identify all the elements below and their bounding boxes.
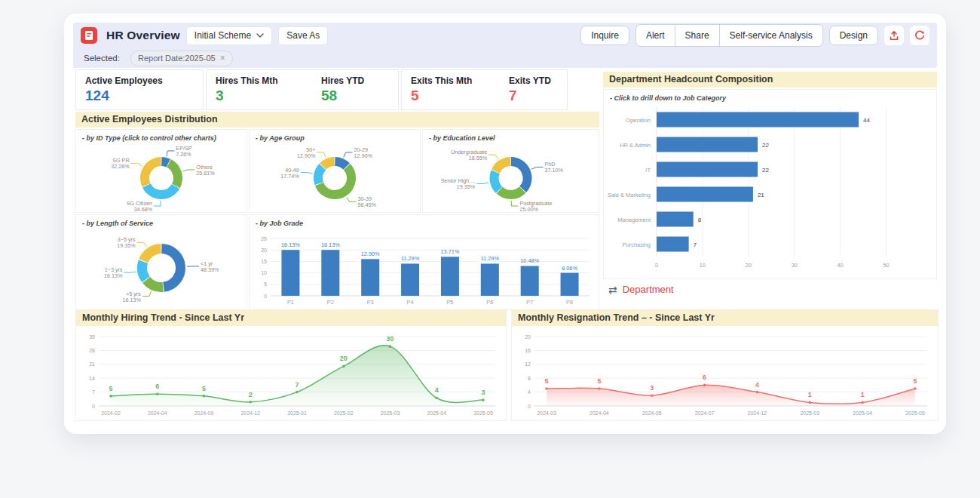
id-type-subtitle: - by ID Type (click to control other cha…	[76, 130, 247, 143]
svg-text:2: 2	[249, 391, 253, 398]
action-button-group: Alert Share Self-service Analysis	[635, 24, 823, 47]
svg-text:12: 12	[525, 361, 531, 367]
resignation-trend-panel: Monthly Resignation Trend – - Since Last…	[511, 309, 939, 421]
toolbar: HR Overview Initial Scheme Save As Inqui…	[73, 23, 937, 48]
scheme-select-value: Initial Scheme	[194, 30, 251, 41]
svg-text:22: 22	[762, 142, 769, 149]
svg-text:15: 15	[261, 259, 267, 264]
svg-text:5: 5	[264, 281, 267, 287]
department-section-title: Department Headcount Composition	[603, 72, 937, 88]
svg-text:6: 6	[703, 374, 706, 381]
svg-text:P1: P1	[287, 299, 294, 306]
length-of-service-donut-chart[interactable]: <1 yr48.39%>5 yrs16.13%1~3 yrs16.13%3~5 …	[76, 228, 247, 309]
svg-text:2024-03: 2024-03	[537, 410, 556, 416]
svg-text:Others25.81%: Others25.81%	[196, 164, 215, 177]
chip-close-icon[interactable]: ×	[220, 53, 225, 63]
svg-text:2025-04: 2025-04	[853, 410, 872, 416]
svg-text:2024-04: 2024-04	[148, 410, 167, 416]
svg-text:8: 8	[698, 217, 702, 223]
svg-text:5: 5	[202, 385, 206, 392]
upload-icon	[888, 29, 900, 42]
svg-text:Senior High ...19.35%: Senior High ...19.35%	[441, 177, 476, 190]
svg-text:Purchasing: Purchasing	[622, 241, 651, 248]
self-service-analysis-button[interactable]: Self-service Analysis	[719, 25, 822, 46]
svg-text:P2: P2	[327, 299, 334, 306]
svg-text:2025-05: 2025-05	[473, 410, 493, 416]
svg-text:2025-05: 2025-05	[905, 410, 925, 416]
refresh-button[interactable]	[910, 26, 929, 45]
svg-text:P8: P8	[566, 299, 573, 306]
design-button[interactable]: Design	[829, 26, 878, 45]
svg-text:21: 21	[89, 361, 95, 367]
svg-text:2025-01: 2025-01	[287, 410, 307, 416]
job-grade-bar-chart[interactable]: 051015202516.13%P116.13%P212.90%P311.29%…	[250, 228, 599, 311]
svg-text:SG Citizen34.68%: SG Citizen34.68%	[127, 200, 153, 212]
svg-text:20-2912.90%: 20-2912.90%	[354, 146, 373, 159]
svg-text:2024-02: 2024-02	[101, 410, 121, 416]
age-group-donut-chart[interactable]: 20-2912.90%30-3956.45%40-4917.74%50+12.9…	[250, 143, 420, 215]
svg-text:7: 7	[296, 381, 299, 389]
kpi-value: 7	[509, 88, 551, 104]
chevron-down-icon	[256, 33, 264, 38]
svg-text:SG PR32.26%: SG PR32.26%	[111, 157, 130, 170]
svg-text:P6: P6	[486, 299, 493, 306]
kpi-value: 124	[85, 88, 163, 104]
age-group-panel: - by Age Group 20-2912.90%30-3956.45%40-…	[249, 129, 421, 213]
hiring-trend-line-chart[interactable]: 071421283552024-0262024-0452024-0922024-…	[76, 326, 506, 423]
svg-text:4: 4	[435, 386, 439, 394]
svg-text:Management: Management	[617, 217, 651, 223]
svg-text:7: 7	[694, 241, 697, 248]
distribution-section-title: Active Employees Distribution	[75, 112, 599, 128]
svg-text:2024-04: 2024-04	[590, 410, 609, 416]
svg-text:5: 5	[545, 377, 549, 385]
svg-text:5: 5	[914, 377, 917, 385]
svg-text:2025-04: 2025-04	[427, 410, 446, 416]
svg-text:40-4917.74%: 40-4917.74%	[280, 167, 299, 180]
svg-text:2025-03: 2025-03	[800, 410, 819, 416]
scheme-select[interactable]: Initial Scheme	[186, 26, 272, 45]
department-drill-control[interactable]: ⇄ Department	[608, 284, 674, 295]
svg-text:2024-09: 2024-09	[194, 410, 214, 416]
education-donut-chart[interactable]: PhD37.10%Postgraduate25.00%Senior High .…	[423, 143, 599, 215]
kpi-row: Active Employees124 Hires This Mth3 Hire…	[75, 69, 568, 110]
svg-text:IT: IT	[645, 167, 651, 174]
kpi-value: 3	[216, 88, 312, 104]
department-hbar-chart[interactable]: 0102030405044Operation22HR & Admin22IT21…	[604, 103, 936, 275]
save-as-button[interactable]: Save As	[278, 26, 328, 45]
svg-text:11.29%: 11.29%	[481, 255, 500, 262]
svg-text:2025-02: 2025-02	[334, 410, 354, 416]
refresh-icon	[914, 29, 926, 42]
svg-text:35: 35	[89, 334, 95, 340]
department-drill-label[interactable]: Department	[623, 284, 674, 295]
svg-text:20: 20	[746, 262, 752, 269]
kpi-value: 5	[411, 88, 500, 104]
svg-text:HR & Admin: HR & Admin	[620, 142, 651, 149]
svg-text:16.13%: 16.13%	[281, 241, 300, 248]
inquire-button[interactable]: Inquire	[580, 26, 629, 45]
svg-text:10: 10	[261, 270, 267, 275]
id-type-panel: - by ID Type (click to control other cha…	[75, 129, 247, 213]
resignation-trend-line-chart[interactable]: 04812162052024-0352024-0432024-0562024-0…	[512, 326, 938, 423]
svg-text:3~5 yrs19.35%: 3~5 yrs19.35%	[117, 236, 136, 249]
page-title: HR Overview	[106, 29, 180, 42]
svg-text:11.29%: 11.29%	[401, 255, 420, 262]
share-button[interactable]: Share	[675, 25, 719, 46]
svg-text:50+12.90%: 50+12.90%	[297, 146, 316, 159]
id-type-donut-chart[interactable]: EP/SP7.26%Others25.81%SG Citizen34.68%SG…	[76, 143, 247, 215]
education-panel: - by Education Level PhD37.10%Postgradua…	[422, 129, 599, 213]
svg-text:20: 20	[261, 247, 267, 253]
svg-text:2024-12: 2024-12	[748, 410, 767, 416]
job-grade-subtitle: - by Job Grade	[250, 215, 599, 228]
department-panel: - Click to drill down to Job Category 01…	[603, 89, 937, 279]
svg-text:P4: P4	[407, 299, 414, 306]
svg-text:P7: P7	[526, 299, 533, 306]
svg-text:6: 6	[155, 383, 159, 390]
job-grade-panel: - by Job Grade 051015202516.13%P116.13%P…	[249, 214, 599, 310]
filter-chip[interactable]: Report Date:2025-05 ×	[130, 51, 233, 66]
svg-text:30: 30	[387, 335, 394, 343]
hiring-trend-title: Monthly Hiring Trend - Since Last Yr	[76, 310, 506, 326]
svg-text:44: 44	[863, 117, 870, 124]
export-button[interactable]	[884, 26, 904, 45]
alert-button[interactable]: Alert	[636, 25, 675, 46]
svg-text:1: 1	[808, 391, 812, 398]
